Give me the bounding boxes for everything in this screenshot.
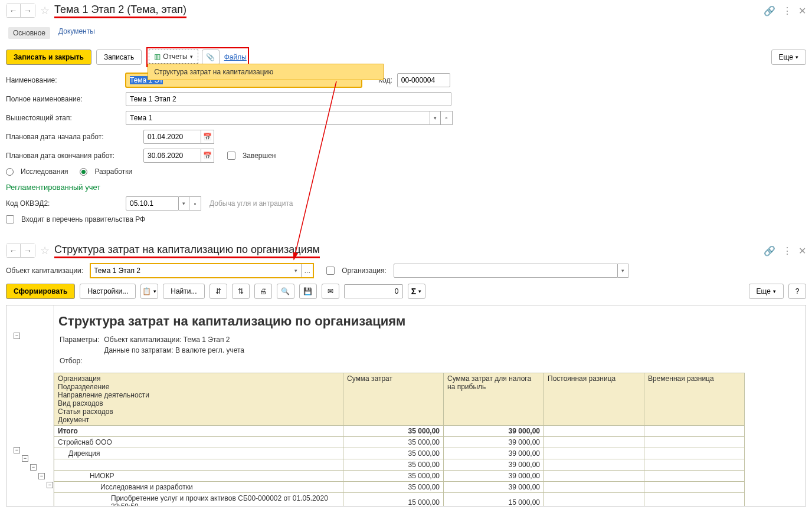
files-link[interactable]: Файлы xyxy=(224,53,247,61)
titlebar-2: ← → ☆ Структура затрат на капитализацию … xyxy=(0,240,812,261)
email-button[interactable]: ✉ xyxy=(322,284,339,299)
table-row[interactable]: Исследования и разработки35 000,0039 000… xyxy=(54,482,745,493)
favorite-star-icon-2[interactable]: ☆ xyxy=(40,244,50,257)
tab-docs[interactable]: Документы xyxy=(58,27,95,39)
collapse-button[interactable]: ⇅ xyxy=(232,284,250,299)
kebab-menu-icon[interactable]: ⋮ xyxy=(782,5,791,17)
link-icon[interactable]: 🔗 xyxy=(764,245,775,257)
table-row[interactable]: Итого35 000,0039 000,00 xyxy=(54,426,745,437)
more-button-1[interactable]: Еще ▾ xyxy=(771,50,806,65)
start-date-input[interactable]: 📅 xyxy=(143,130,214,144)
print-button[interactable]: 🖨 xyxy=(254,284,272,299)
dev-radio[interactable] xyxy=(80,168,87,176)
favorite-star-icon[interactable]: ☆ xyxy=(40,4,50,17)
menu-item-cost-structure[interactable]: Структура затрат на капитализацию xyxy=(154,68,273,76)
variants-button[interactable]: 📋▾ xyxy=(140,284,158,299)
table-row[interactable]: НИОКР35 000,0039 000,00 xyxy=(54,471,745,482)
tree-collapse-icon[interactable]: − xyxy=(47,482,53,488)
code-input[interactable] xyxy=(397,73,450,87)
chevron-down-icon[interactable]: ▾ xyxy=(179,196,189,211)
table-row[interactable]: Дирекция35 000,0039 000,00 xyxy=(54,448,745,459)
preview-icon: 🔍 xyxy=(281,287,290,295)
save-button[interactable]: Записать xyxy=(96,50,142,65)
reports-dropdown-button[interactable]: ▥ Отчеты ▾ xyxy=(149,50,198,64)
completed-checkbox[interactable] xyxy=(227,152,235,160)
dev-radio-label: Разработки xyxy=(94,167,132,176)
research-radio[interactable] xyxy=(6,168,14,176)
table-header: Временная разница xyxy=(644,373,745,426)
save-close-button[interactable]: Записать и закрыть xyxy=(6,50,91,65)
cap-obj-label: Объект капитализации: xyxy=(6,267,83,275)
tab-main[interactable]: Основное xyxy=(8,27,50,39)
sigma-button[interactable]: Σ▾ xyxy=(408,284,425,299)
toolbar-1: Записать и закрыть Записать ▥ Отчеты ▾ С… xyxy=(0,44,812,71)
help-button[interactable]: ? xyxy=(788,284,806,299)
org-label: Организация: xyxy=(342,267,387,275)
org-checkbox[interactable] xyxy=(326,267,335,275)
nav-back-button[interactable]: ← xyxy=(6,4,21,17)
tab-bar: Основное Документы xyxy=(0,21,812,44)
completed-label: Завершен xyxy=(243,152,276,160)
chevron-down-icon[interactable]: ▾ xyxy=(291,264,302,278)
open-ext-icon[interactable]: ▫ xyxy=(441,111,453,125)
parent-combo[interactable]: ▾ ▫ xyxy=(126,111,453,125)
table-row[interactable]: Стройснаб ООО35 000,0039 000,00 xyxy=(54,437,745,448)
kebab-menu-icon[interactable]: ⋮ xyxy=(782,245,791,257)
run-button[interactable]: Сформировать xyxy=(6,284,75,299)
name-label: Наименование: xyxy=(6,76,121,84)
chart-icon: ▥ xyxy=(154,52,161,61)
sum-input[interactable] xyxy=(344,284,403,298)
fullname-input[interactable] xyxy=(126,92,451,106)
report-body[interactable]: Структура затрат на капитализацию по орг… xyxy=(54,305,806,506)
fullname-label: Полное наименование: xyxy=(6,95,121,103)
start-date-label: Плановая дата начала работ: xyxy=(6,133,139,141)
preview-button[interactable]: 🔍 xyxy=(277,284,294,299)
report-title: Структура затрат на капитализацию по орг… xyxy=(54,305,806,334)
table-header: Сумма затрат для налога на прибыль xyxy=(444,373,544,426)
cap-obj-combo[interactable]: ▾ … xyxy=(90,264,313,278)
tree-collapse-icon[interactable]: − xyxy=(22,455,28,462)
find-button[interactable]: Найти... xyxy=(163,284,204,299)
expand-button[interactable]: ⇵ xyxy=(209,284,227,299)
save-report-button[interactable]: 💾 xyxy=(299,284,317,299)
end-date-input[interactable]: 📅 xyxy=(143,149,214,163)
org-combo[interactable]: ▾ xyxy=(394,264,628,278)
section-regulated: Регламентированный учет xyxy=(0,178,812,194)
chevron-down-icon[interactable]: ▾ xyxy=(430,111,441,125)
more-button-2[interactable]: Еще ▾ xyxy=(749,284,784,299)
table-header: Организация xyxy=(58,374,339,383)
open-ext-icon[interactable]: ▫ xyxy=(189,196,201,211)
calendar-icon[interactable]: 📅 xyxy=(201,130,214,144)
close-icon[interactable]: ✕ xyxy=(798,5,806,17)
envelope-icon: ✉ xyxy=(328,287,333,295)
table-row[interactable]: 35 000,0039 000,00 xyxy=(54,459,745,471)
tree-collapse-icon[interactable]: − xyxy=(14,447,20,453)
nav-back-button-2[interactable]: ← xyxy=(6,244,21,257)
nav-arrows-2: ← → xyxy=(6,244,35,258)
page-title: Тема 1 Этап 2 (Тема, этап) xyxy=(54,4,186,18)
settings-button[interactable]: Настройки... xyxy=(80,284,136,299)
reports-highlight: ▥ Отчеты ▾ Структура затрат на капитализ… xyxy=(146,47,249,67)
gov-list-checkbox[interactable] xyxy=(6,215,14,223)
chevron-down-icon[interactable]: ▾ xyxy=(618,264,628,278)
attach-button[interactable]: 📎 xyxy=(202,50,220,65)
link-icon[interactable]: 🔗 xyxy=(764,5,775,17)
reports-dropdown-menu: Структура затрат на капитализацию xyxy=(148,64,384,80)
okved-hint: Добыча угля и антрацита xyxy=(209,199,293,208)
ellipsis-icon[interactable]: … xyxy=(302,264,313,278)
expand-icon: ⇵ xyxy=(215,287,221,295)
okved-combo[interactable]: ▾ ▫ xyxy=(126,196,201,211)
nav-forward-button-2[interactable]: → xyxy=(21,244,35,257)
nav-forward-button[interactable]: → xyxy=(21,4,35,17)
toolbar-2: Сформировать Настройки... 📋▾ Найти... ⇵ … xyxy=(0,280,812,303)
tree-collapse-icon[interactable]: − xyxy=(30,464,37,471)
research-radio-label: Исследования xyxy=(21,167,68,176)
calendar-icon[interactable]: 📅 xyxy=(201,149,214,163)
table-header: Документ xyxy=(58,416,339,424)
tree-collapse-icon[interactable]: − xyxy=(14,333,20,339)
close-icon[interactable]: ✕ xyxy=(798,245,806,257)
nav-arrows: ← → xyxy=(6,4,35,18)
tree-collapse-icon[interactable]: − xyxy=(38,473,45,479)
table-row[interactable]: Приобретение услуг и прочих активов СБ00… xyxy=(54,493,745,507)
table-header: Вид расходов xyxy=(58,399,339,407)
